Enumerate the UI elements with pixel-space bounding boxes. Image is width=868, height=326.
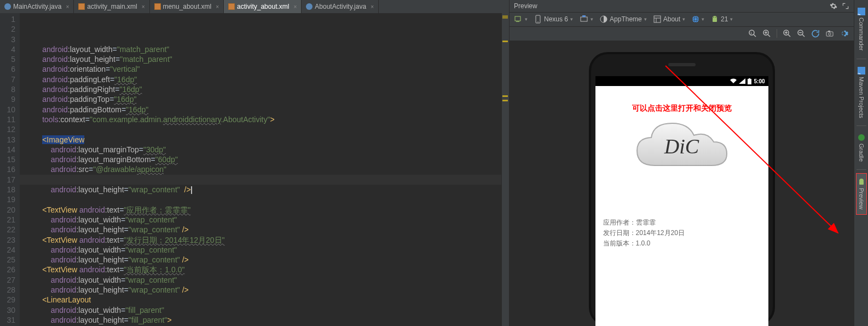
svg-text:1: 1 (750, 31, 753, 35)
preview-tool-button[interactable]: Preview (856, 173, 867, 214)
api-selector-label: 21 (721, 15, 728, 23)
close-icon[interactable]: × (293, 4, 297, 10)
refresh-icon[interactable] (811, 29, 820, 38)
svg-line-28 (802, 35, 805, 37)
maven-label: Maven Projects (858, 77, 865, 118)
signal-icon (739, 78, 745, 84)
tab-label: activity_about.xml (237, 3, 289, 10)
svg-rect-33 (748, 79, 751, 84)
xml-file-icon (154, 3, 161, 10)
editor-tab[interactable]: AboutActivity.java× (302, 0, 379, 13)
svg-point-10 (692, 16, 699, 22)
zoom-in-icon[interactable] (783, 29, 791, 38)
locale-selector[interactable]: ▾ (692, 15, 704, 23)
svg-rect-0 (515, 16, 520, 21)
warn-marker[interactable] (502, 41, 508, 42)
editor-area: MainActivity.java×activity_main.xml×menu… (0, 0, 509, 326)
svg-rect-30 (826, 32, 833, 36)
theme-selector[interactable]: AppTheme ▾ (600, 15, 647, 23)
editor-tabs: MainActivity.java×activity_main.xml×menu… (0, 0, 509, 13)
editor-tab[interactable]: activity_main.xml× (74, 0, 149, 13)
svg-rect-13 (713, 19, 717, 22)
java-file-icon (4, 3, 11, 10)
app-logo-text: DiC (627, 113, 737, 179)
settings-icon[interactable] (840, 29, 848, 38)
close-icon[interactable]: × (66, 4, 69, 10)
close-icon[interactable]: × (371, 4, 374, 10)
xml-file-icon (78, 3, 85, 10)
svg-rect-7 (654, 16, 661, 22)
battery-icon (748, 78, 751, 84)
render-config-icon[interactable]: ▾ (514, 15, 528, 24)
svg-line-17 (754, 35, 756, 37)
about-info: 应用作者：雲霏霏 发行日期：2014年12月20日 当前版本：1.0.0 (603, 218, 761, 248)
svg-rect-41 (859, 181, 864, 185)
zoom-actual-icon[interactable]: 1 (748, 29, 757, 38)
zoom-out-icon[interactable] (797, 29, 806, 38)
gradle-tool-button[interactable]: Gradle (857, 129, 866, 166)
svg-rect-32 (828, 31, 830, 32)
svg-rect-34 (749, 78, 750, 79)
svg-text:m: m (858, 14, 863, 15)
java-file-icon (306, 3, 313, 10)
screenshot-icon[interactable] (825, 29, 834, 38)
svg-rect-4 (581, 17, 587, 21)
preview-stage: 5:00 可以点击这里打开和关闭预览 DiC 应用作者：雲霏霏 发行日期：201… (510, 41, 854, 326)
svg-line-24 (788, 35, 790, 37)
warn-marker[interactable] (502, 15, 508, 19)
layout-selector[interactable]: About ▾ (653, 15, 685, 23)
svg-point-14 (713, 17, 714, 18)
close-icon[interactable]: × (216, 4, 219, 10)
preview-header: Preview (510, 0, 854, 13)
gutter: 1234567891011121314151617181920212223242… (0, 13, 20, 326)
tab-label: MainActivity.java (13, 3, 61, 10)
svg-rect-1 (516, 21, 519, 22)
layout-selector-label: About (663, 15, 680, 23)
preview-tool-label: Preview (858, 188, 865, 209)
warn-marker[interactable] (502, 95, 508, 97)
xml-file-icon (228, 3, 235, 10)
device-selector-label: Nexus 6 (544, 15, 568, 23)
preview-pane: Preview ▾ Nexus 6 ▾ ▾ AppTheme ▾ (509, 0, 854, 326)
orientation-icon[interactable]: ▾ (580, 15, 593, 24)
tab-label: AboutActivity.java (315, 3, 366, 10)
app-logo-icon: DiC (627, 113, 737, 179)
editor-tab[interactable]: menu_about.xml× (150, 0, 224, 13)
gear-icon[interactable] (830, 2, 837, 10)
tab-label: activity_main.xml (87, 3, 137, 10)
device-preview: 5:00 可以点击这里打开和关闭预览 DiC 应用作者：雲霏霏 发行日期：201… (589, 52, 775, 326)
preview-toolbar: ▾ Nexus 6 ▾ ▾ AppTheme ▾ About ▾ ▾ 21 (510, 13, 854, 27)
zoom-fit-icon[interactable] (762, 29, 771, 38)
editor-scrollbar[interactable] (501, 13, 509, 326)
about-version: 当前版本：1.0.0 (603, 238, 761, 248)
status-bar: 5:00 (595, 76, 768, 86)
annotation-text: 可以点击这里打开和关闭预览 (632, 104, 732, 113)
about-date: 发行日期：2014年12月20日 (603, 228, 761, 238)
device-selector[interactable]: Nexus 6 ▾ (534, 15, 573, 24)
right-tool-strip: m Commander m Maven Projects Gradle Prev… (854, 0, 868, 326)
svg-text:m: m (858, 73, 862, 75)
gradle-label: Gradle (858, 144, 865, 162)
close-icon[interactable]: × (142, 4, 145, 10)
svg-point-15 (715, 17, 716, 18)
commander-tool-button[interactable]: m Commander (857, 3, 866, 55)
svg-point-31 (829, 33, 831, 35)
code-editor[interactable]: android:layout_width="match_parent" andr… (20, 13, 501, 326)
svg-rect-5 (582, 15, 586, 17)
warn-marker[interactable] (502, 100, 508, 101)
editor-tab[interactable]: MainActivity.java× (0, 0, 74, 13)
maven-tool-button[interactable]: m Maven Projects (857, 62, 866, 123)
commander-label: Commander (858, 18, 865, 51)
svg-point-3 (537, 21, 539, 22)
editor-tab[interactable]: activity_about.xml× (224, 0, 302, 13)
about-author: 应用作者：雲霏霏 (603, 218, 761, 227)
status-time: 5:00 (754, 78, 765, 84)
svg-point-40 (858, 134, 865, 141)
minimize-icon[interactable] (842, 2, 849, 10)
preview-title: Preview (514, 2, 537, 10)
api-selector[interactable]: 21 ▾ (711, 15, 733, 23)
tab-label: menu_about.xml (163, 3, 212, 10)
wifi-icon (730, 78, 737, 84)
theme-selector-label: AppTheme (610, 15, 642, 23)
preview-zoom-toolbar: 1 (510, 27, 854, 41)
